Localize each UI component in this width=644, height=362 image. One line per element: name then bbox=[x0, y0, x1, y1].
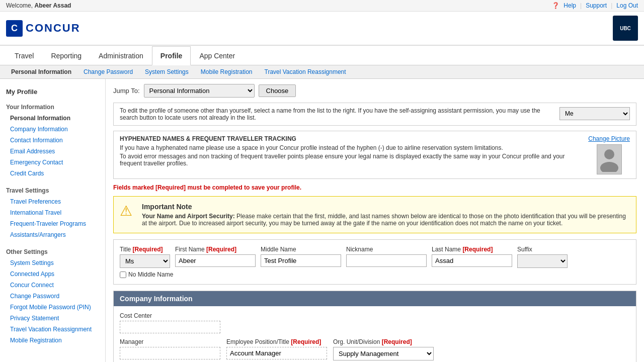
main-nav-item-reporting[interactable]: Reporting bbox=[42, 46, 90, 65]
important-note-title: Important Note bbox=[142, 203, 630, 211]
me-select[interactable]: Me bbox=[559, 107, 630, 120]
ubc-logo: UBC bbox=[613, 16, 638, 41]
sidebar-item-connected-apps[interactable]: Connected Apps bbox=[0, 268, 105, 280]
logo: C CONCUR bbox=[6, 20, 80, 37]
top-bar-right: ❓ Help | Support | Log Out bbox=[552, 2, 638, 9]
warning-icon: ⚠ bbox=[120, 203, 136, 219]
info-box-text: To edit the profile of someone other tha… bbox=[120, 107, 554, 121]
content-wrapper: My Profile Your Information Personal Inf… bbox=[0, 79, 644, 362]
name-form-body: Title [Required] MrMsMrsDr First Name [R… bbox=[114, 240, 636, 284]
sidebar-item-concur-connect[interactable]: Concur Connect bbox=[0, 280, 105, 291]
hyphen-title: HYPHENATED NAMES & FREQUENT TRAVELLER TR… bbox=[120, 135, 582, 142]
help-link[interactable]: Help bbox=[564, 2, 576, 9]
firstname-field: First Name [Required] bbox=[175, 246, 256, 268]
required-note: Fields marked [Required] must be complet… bbox=[113, 184, 636, 191]
cost-center-input[interactable] bbox=[120, 321, 220, 333]
lastname-field: Last Name [Required] bbox=[432, 246, 512, 268]
my-profile-title: My Profile bbox=[0, 84, 105, 98]
hyphen-text2: To avoid error messages and non tracking… bbox=[120, 153, 582, 167]
top-bar: Welcome, Abeer Assad ❓ Help | Support | … bbox=[0, 0, 644, 12]
cost-center-field: Cost Center bbox=[120, 312, 220, 333]
change-picture-link[interactable]: Change Picture bbox=[588, 135, 630, 142]
sub-nav-item-system-settings[interactable]: System Settings bbox=[140, 65, 194, 78]
sidebar-item-contact-info[interactable]: Contact Information bbox=[0, 135, 105, 146]
emp-position-input[interactable] bbox=[226, 347, 327, 359]
firstname-label: First Name [Required] bbox=[175, 246, 256, 253]
name-row: Title [Required] MrMsMrsDr First Name [R… bbox=[120, 246, 630, 268]
cost-center-label: Cost Center bbox=[120, 312, 220, 319]
main-nav: TravelReportingAdministrationProfileApp … bbox=[0, 46, 644, 65]
sub-nav-item-mobile-registration[interactable]: Mobile Registration bbox=[196, 65, 258, 78]
middlename-input[interactable] bbox=[261, 254, 341, 267]
choose-button[interactable]: Choose bbox=[259, 84, 296, 97]
no-middle-name-row: No Middle Name bbox=[120, 271, 630, 278]
important-note: ⚠ Important Note Your Name and Airport S… bbox=[113, 196, 636, 233]
sidebar-travel-settings-group: Travel PreferencesInternational TravelFr… bbox=[0, 196, 105, 240]
nickname-label: Nickname bbox=[346, 246, 427, 253]
your-information-section: Your Information bbox=[0, 100, 105, 113]
no-middle-name-checkbox[interactable] bbox=[120, 272, 126, 278]
sidebar-item-company-info[interactable]: Company Information bbox=[0, 124, 105, 135]
org-unit-select[interactable]: Supply Management bbox=[333, 347, 434, 360]
sub-nav-item-change-password[interactable]: Change Password bbox=[78, 65, 138, 78]
sidebar: My Profile Your Information Personal Inf… bbox=[0, 79, 106, 362]
sidebar-item-personal-info[interactable]: Personal Information bbox=[0, 113, 105, 124]
company-row-1: Cost Center bbox=[120, 312, 630, 333]
company-info-section: Company Information Cost Center Manager bbox=[113, 291, 636, 362]
main-nav-item-app-center[interactable]: App Center bbox=[191, 46, 244, 65]
logo-box: C bbox=[6, 20, 23, 37]
org-unit-field: Org. Unit/Division [Required] Supply Man… bbox=[333, 338, 434, 360]
header: C CONCUR UBC bbox=[0, 12, 644, 46]
suffix-select[interactable]: Jr Sr II III bbox=[517, 254, 568, 268]
sidebar-item-mobile-registration[interactable]: Mobile Registration bbox=[0, 335, 105, 346]
important-note-content: Important Note Your Name and Airport Sec… bbox=[142, 203, 630, 227]
emp-position-label: Employee Position/Title [Required] bbox=[226, 338, 327, 345]
sidebar-other-settings-group: System SettingsConnected AppsConcur Conn… bbox=[0, 257, 105, 346]
important-note-body: Your Name and Airport Security: Please m… bbox=[142, 213, 630, 227]
lastname-input[interactable] bbox=[432, 254, 512, 267]
title-field: Title [Required] MrMsMrsDr bbox=[120, 246, 170, 268]
sidebar-item-privacy-statement[interactable]: Privacy Statement bbox=[0, 313, 105, 324]
svg-point-0 bbox=[604, 149, 614, 159]
firstname-input[interactable] bbox=[175, 254, 256, 267]
emp-position-field: Employee Position/Title [Required] bbox=[226, 338, 327, 360]
support-link[interactable]: Support bbox=[586, 2, 607, 9]
sidebar-item-forgot-mobile[interactable]: Forgot Mobile Password (PIN) bbox=[0, 302, 105, 313]
nickname-input[interactable] bbox=[346, 254, 427, 267]
travel-settings-section: Travel Settings bbox=[0, 183, 105, 196]
sidebar-your-info-group: Personal InformationCompany InformationC… bbox=[0, 113, 105, 179]
middlename-field: Middle Name bbox=[261, 246, 341, 268]
sidebar-item-frequent-traveler[interactable]: Frequent-Traveler Programs bbox=[0, 218, 105, 229]
sidebar-item-emergency-contact[interactable]: Emergency Contact bbox=[0, 157, 105, 168]
middlename-label: Middle Name bbox=[261, 246, 341, 253]
sidebar-item-travel-preferences[interactable]: Travel Preferences bbox=[0, 196, 105, 207]
manager-label: Manager bbox=[120, 338, 220, 345]
sub-nav-item-travel-vacation[interactable]: Travel Vacation Reassignment bbox=[260, 65, 351, 78]
sidebar-item-system-settings[interactable]: System Settings bbox=[0, 257, 105, 268]
profile-photo bbox=[597, 144, 622, 174]
main-nav-item-administration[interactable]: Administration bbox=[90, 46, 152, 65]
jump-to-row: Jump To: Personal InformationCompany Inf… bbox=[113, 84, 636, 98]
nickname-field: Nickname bbox=[346, 246, 427, 268]
suffix-field: Suffix Jr Sr II III bbox=[517, 246, 568, 268]
sidebar-item-credit-cards[interactable]: Credit Cards bbox=[0, 168, 105, 179]
sidebar-item-international-travel[interactable]: International Travel bbox=[0, 207, 105, 218]
hyphen-text1: If you have a hyphenated name please use… bbox=[120, 144, 582, 151]
main-nav-item-profile[interactable]: Profile bbox=[152, 46, 191, 65]
sidebar-item-travel-vacation-reassignment[interactable]: Travel Vacation Reassignment bbox=[0, 324, 105, 335]
logout-link[interactable]: Log Out bbox=[616, 2, 638, 9]
sidebar-item-change-password[interactable]: Change Password bbox=[0, 291, 105, 302]
title-label: Title [Required] bbox=[120, 246, 170, 253]
other-settings-section: Other Settings bbox=[0, 244, 105, 257]
sidebar-item-assistants-arrangers[interactable]: Assistants/Arrangers bbox=[0, 229, 105, 240]
main-nav-item-travel[interactable]: Travel bbox=[6, 46, 42, 65]
sub-nav-item-personal-info[interactable]: Personal Information bbox=[6, 65, 76, 78]
manager-input[interactable] bbox=[120, 347, 220, 359]
sidebar-item-email-addresses[interactable]: Email Addresses bbox=[0, 146, 105, 157]
title-select[interactable]: MrMsMrsDr bbox=[120, 254, 170, 268]
company-row-2: Manager Employee Position/Title [Require… bbox=[120, 338, 630, 360]
info-box: To edit the profile of someone other tha… bbox=[113, 103, 636, 126]
no-middle-name-label[interactable]: No Middle Name bbox=[128, 271, 173, 278]
sub-nav: Personal InformationChange PasswordSyste… bbox=[0, 65, 644, 79]
jump-to-select[interactable]: Personal InformationCompany InformationC… bbox=[144, 84, 255, 98]
